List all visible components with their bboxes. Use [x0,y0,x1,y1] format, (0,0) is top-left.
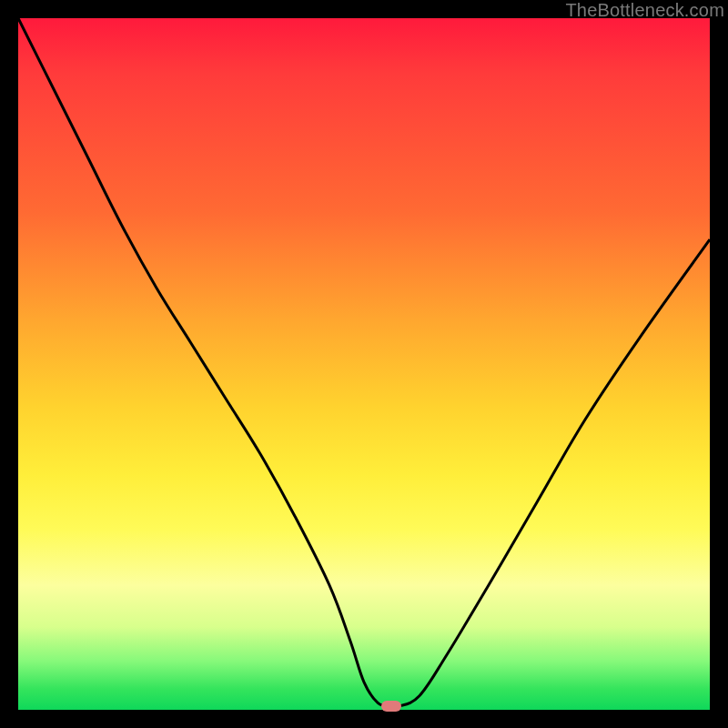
chart-stage: TheBottleneck.com [0,0,728,728]
curve-path [18,18,710,707]
chart-plot-area [18,18,710,710]
watermark-text: TheBottleneck.com [565,0,724,21]
bottleneck-curve [18,18,710,710]
min-marker [381,701,401,712]
